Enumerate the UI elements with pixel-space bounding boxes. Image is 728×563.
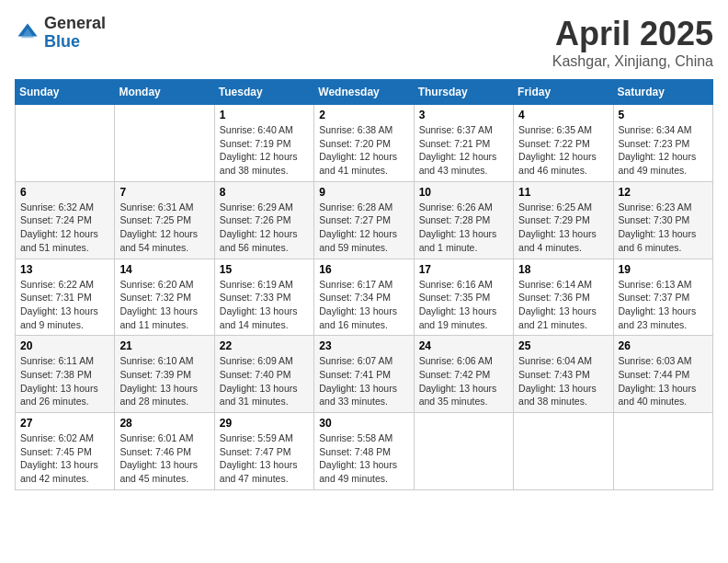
- day-number: 23: [319, 339, 408, 352]
- day-number: 22: [220, 339, 309, 352]
- calendar-location: Kashgar, Xinjiang, China: [552, 53, 713, 70]
- calendar-cell: 22Sunrise: 6:09 AMSunset: 7:40 PMDayligh…: [214, 336, 313, 413]
- calendar-cell: 23Sunrise: 6:07 AMSunset: 7:41 PMDayligh…: [314, 336, 414, 413]
- logo-icon: [15, 20, 40, 46]
- day-number: 16: [319, 263, 408, 276]
- calendar-cell: 3Sunrise: 6:37 AMSunset: 7:21 PMDaylight…: [414, 105, 513, 182]
- day-number: 18: [518, 263, 608, 276]
- calendar-header-row: SundayMondayTuesdayWednesdayThursdayFrid…: [16, 80, 713, 105]
- day-number: 2: [319, 109, 408, 121]
- calendar-cell: [514, 413, 613, 490]
- day-number: 6: [20, 186, 109, 199]
- day-number: 1: [220, 109, 309, 121]
- calendar-cell: 7Sunrise: 6:31 AMSunset: 7:25 PMDaylight…: [115, 181, 214, 259]
- day-number: 4: [518, 109, 608, 121]
- col-header-saturday: Saturday: [613, 80, 712, 105]
- calendar-cell: [613, 413, 712, 490]
- calendar-cell: 17Sunrise: 6:16 AMSunset: 7:35 PMDayligh…: [414, 259, 513, 336]
- day-info: Sunrise: 6:03 AMSunset: 7:44 PMDaylight:…: [619, 354, 708, 408]
- day-number: 28: [119, 417, 209, 430]
- day-number: 7: [119, 186, 209, 199]
- calendar-title: April 2025: [552, 15, 713, 53]
- calendar-cell: 2Sunrise: 6:38 AMSunset: 7:20 PMDaylight…: [314, 105, 414, 182]
- day-info: Sunrise: 6:37 AMSunset: 7:21 PMDaylight:…: [419, 123, 508, 178]
- day-number: 11: [518, 186, 608, 199]
- col-header-tuesday: Tuesday: [214, 80, 313, 105]
- calendar-cell: 28Sunrise: 6:01 AMSunset: 7:46 PMDayligh…: [115, 413, 214, 490]
- calendar-cell: 12Sunrise: 6:23 AMSunset: 7:30 PMDayligh…: [613, 181, 712, 259]
- day-info: Sunrise: 6:09 AMSunset: 7:40 PMDaylight:…: [220, 354, 309, 408]
- day-number: 20: [20, 339, 109, 352]
- calendar-cell: 29Sunrise: 5:59 AMSunset: 7:47 PMDayligh…: [214, 413, 313, 490]
- logo-general-text: General: [44, 15, 106, 33]
- calendar-cell: 14Sunrise: 6:20 AMSunset: 7:32 PMDayligh…: [115, 259, 214, 336]
- day-number: 30: [319, 417, 408, 430]
- calendar-week-row: 20Sunrise: 6:11 AMSunset: 7:38 PMDayligh…: [16, 336, 713, 413]
- calendar-cell: 24Sunrise: 6:06 AMSunset: 7:42 PMDayligh…: [414, 336, 513, 413]
- day-number: 26: [619, 339, 708, 352]
- calendar-cell: [16, 105, 115, 182]
- calendar-cell: 15Sunrise: 6:19 AMSunset: 7:33 PMDayligh…: [214, 259, 313, 336]
- page-header: General Blue April 2025 Kashgar, Xinjian…: [15, 15, 713, 70]
- day-info: Sunrise: 6:13 AMSunset: 7:37 PMDaylight:…: [619, 278, 708, 332]
- day-number: 29: [220, 417, 309, 430]
- day-number: 12: [619, 186, 708, 199]
- day-number: 19: [619, 263, 708, 276]
- calendar-cell: 5Sunrise: 6:34 AMSunset: 7:23 PMDaylight…: [613, 105, 712, 182]
- calendar-cell: 9Sunrise: 6:28 AMSunset: 7:27 PMDaylight…: [314, 181, 414, 259]
- calendar-cell: 20Sunrise: 6:11 AMSunset: 7:38 PMDayligh…: [16, 336, 115, 413]
- title-block: April 2025 Kashgar, Xinjiang, China: [552, 15, 713, 70]
- day-number: 13: [20, 263, 109, 276]
- day-info: Sunrise: 6:06 AMSunset: 7:42 PMDaylight:…: [419, 354, 508, 408]
- day-number: 9: [319, 186, 408, 199]
- calendar-cell: 13Sunrise: 6:22 AMSunset: 7:31 PMDayligh…: [16, 259, 115, 336]
- day-info: Sunrise: 6:20 AMSunset: 7:32 PMDaylight:…: [119, 278, 209, 332]
- day-number: 5: [619, 109, 708, 121]
- calendar-week-row: 1Sunrise: 6:40 AMSunset: 7:19 PMDaylight…: [16, 105, 713, 182]
- day-info: Sunrise: 6:01 AMSunset: 7:46 PMDaylight:…: [119, 431, 209, 486]
- day-info: Sunrise: 5:59 AMSunset: 7:47 PMDaylight:…: [220, 431, 309, 486]
- calendar-cell: 16Sunrise: 6:17 AMSunset: 7:34 PMDayligh…: [314, 259, 414, 336]
- day-number: 21: [119, 339, 209, 352]
- day-info: Sunrise: 6:31 AMSunset: 7:25 PMDaylight:…: [119, 201, 209, 255]
- calendar-cell: [115, 105, 214, 182]
- calendar-cell: 10Sunrise: 6:26 AMSunset: 7:28 PMDayligh…: [414, 181, 513, 259]
- day-info: Sunrise: 5:58 AMSunset: 7:48 PMDaylight:…: [319, 431, 408, 486]
- day-number: 27: [20, 417, 109, 430]
- day-info: Sunrise: 6:34 AMSunset: 7:23 PMDaylight:…: [619, 123, 708, 178]
- day-number: 3: [419, 109, 508, 121]
- calendar-cell: 19Sunrise: 6:13 AMSunset: 7:37 PMDayligh…: [613, 259, 712, 336]
- day-number: 25: [518, 339, 608, 352]
- day-info: Sunrise: 6:38 AMSunset: 7:20 PMDaylight:…: [319, 123, 408, 178]
- day-info: Sunrise: 6:32 AMSunset: 7:24 PMDaylight:…: [20, 201, 109, 255]
- col-header-wednesday: Wednesday: [314, 80, 414, 105]
- col-header-monday: Monday: [115, 80, 214, 105]
- day-info: Sunrise: 6:11 AMSunset: 7:38 PMDaylight:…: [20, 354, 109, 408]
- calendar-cell: 30Sunrise: 5:58 AMSunset: 7:48 PMDayligh…: [314, 413, 414, 490]
- calendar-cell: 27Sunrise: 6:02 AMSunset: 7:45 PMDayligh…: [16, 413, 115, 490]
- day-number: 15: [220, 263, 309, 276]
- day-info: Sunrise: 6:22 AMSunset: 7:31 PMDaylight:…: [20, 278, 109, 332]
- day-number: 8: [220, 186, 309, 199]
- logo-blue-text: Blue: [44, 33, 106, 52]
- day-number: 10: [419, 186, 508, 199]
- calendar-cell: 11Sunrise: 6:25 AMSunset: 7:29 PMDayligh…: [514, 181, 613, 259]
- day-info: Sunrise: 6:17 AMSunset: 7:34 PMDaylight:…: [319, 278, 408, 332]
- calendar-cell: 1Sunrise: 6:40 AMSunset: 7:19 PMDaylight…: [214, 105, 313, 182]
- col-header-friday: Friday: [514, 80, 613, 105]
- calendar-cell: [414, 413, 513, 490]
- day-info: Sunrise: 6:40 AMSunset: 7:19 PMDaylight:…: [220, 123, 309, 178]
- calendar-cell: 26Sunrise: 6:03 AMSunset: 7:44 PMDayligh…: [613, 336, 712, 413]
- col-header-sunday: Sunday: [16, 80, 115, 105]
- logo-text: General Blue: [44, 15, 106, 52]
- day-info: Sunrise: 6:04 AMSunset: 7:43 PMDaylight:…: [518, 354, 608, 408]
- day-info: Sunrise: 6:23 AMSunset: 7:30 PMDaylight:…: [619, 201, 708, 255]
- calendar-table: SundayMondayTuesdayWednesdayThursdayFrid…: [15, 79, 713, 490]
- day-info: Sunrise: 6:28 AMSunset: 7:27 PMDaylight:…: [319, 201, 408, 255]
- day-number: 17: [419, 263, 508, 276]
- day-info: Sunrise: 6:07 AMSunset: 7:41 PMDaylight:…: [319, 354, 408, 408]
- calendar-cell: 25Sunrise: 6:04 AMSunset: 7:43 PMDayligh…: [514, 336, 613, 413]
- calendar-cell: 6Sunrise: 6:32 AMSunset: 7:24 PMDaylight…: [16, 181, 115, 259]
- calendar-cell: 18Sunrise: 6:14 AMSunset: 7:36 PMDayligh…: [514, 259, 613, 336]
- day-info: Sunrise: 6:16 AMSunset: 7:35 PMDaylight:…: [419, 278, 508, 332]
